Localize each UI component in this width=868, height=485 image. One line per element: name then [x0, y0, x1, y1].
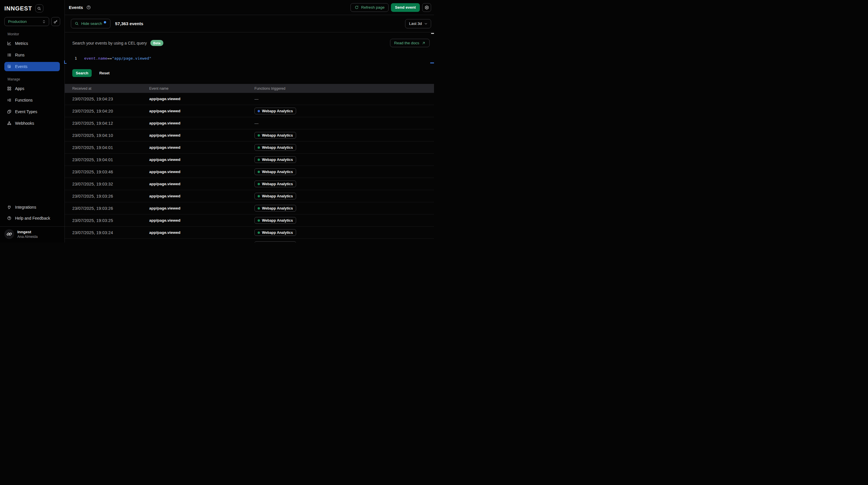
code-operator: == — [107, 56, 112, 60]
function-badge[interactable]: Webapp Analytics — [254, 168, 296, 175]
help-circle-icon — [7, 216, 11, 221]
function-badge[interactable]: Webapp Analytics — [254, 156, 296, 163]
sidebar-item-integrations[interactable]: Integrations — [4, 203, 60, 212]
sidebar-item-label: Events — [15, 64, 28, 69]
environment-selector[interactable]: Production — [4, 17, 49, 26]
sidebar-item-events[interactable]: Events — [4, 62, 60, 71]
table-row[interactable]: 23/07/2025, 19:03:24 app/page.viewed Web… — [65, 227, 434, 239]
sidebar-item-label: Metrics — [15, 41, 28, 46]
main-content: Events Refresh page Send event Hide sear… — [65, 0, 434, 242]
send-event-button[interactable]: Send event — [391, 3, 420, 12]
table-row[interactable]: 23/07/2025, 19:03:26 app/page.viewed Web… — [65, 190, 434, 202]
events-icon — [7, 64, 11, 69]
status-dot — [258, 134, 260, 137]
table-row[interactable]: 23/07/2025, 19:03:23 app/page.viewed Web… — [65, 239, 434, 242]
sidebar-item-event-types[interactable]: Event Types — [4, 107, 60, 116]
table-row[interactable]: 23/07/2025, 19:04:01 app/page.viewed Web… — [65, 154, 434, 166]
function-badge[interactable]: Webapp Analytics — [254, 229, 296, 236]
page-help-button[interactable] — [86, 5, 91, 10]
search-icon — [74, 21, 79, 26]
settings-button[interactable] — [422, 3, 431, 12]
panel-title: Search your events by using a CEL query — [72, 41, 147, 46]
table-header: Received at Event name Functions trigger… — [65, 84, 434, 93]
event-types-icon — [7, 109, 11, 114]
status-dot — [258, 159, 260, 161]
search-button[interactable]: Search — [72, 69, 92, 77]
table-row[interactable]: 23/07/2025, 19:04:01 app/page.viewed Web… — [65, 142, 434, 154]
inngest-mark-icon — [6, 231, 12, 237]
sidebar-item-apps[interactable]: Apps — [4, 84, 60, 93]
column-header-event-name: Event name — [149, 87, 254, 91]
search-icon — [37, 6, 41, 11]
sidebar-item-help-and-feedback[interactable]: Help and Feedback — [4, 213, 60, 223]
function-badge[interactable]: Webapp Analytics — [254, 241, 296, 242]
sidebar-item-webhooks[interactable]: Webhooks — [4, 119, 60, 128]
table-row[interactable]: 23/07/2025, 19:04:23 app/page.viewed — — [65, 93, 434, 105]
sidebar-item-label: Webhooks — [15, 121, 34, 125]
profile-section[interactable]: Inngest Ana Almeida — [0, 226, 64, 242]
read-the-docs-label: Read the docs — [394, 41, 419, 45]
environment-row: Production — [4, 17, 60, 26]
table-row[interactable]: 23/07/2025, 19:04:20 app/page.viewed Web… — [65, 105, 434, 117]
section-label-monitor: Monitor — [0, 32, 64, 36]
time-range-selector[interactable]: Last 3d — [405, 19, 431, 28]
profile-org: Inngest — [17, 230, 38, 234]
sidebar-item-runs[interactable]: Runs — [4, 50, 60, 60]
sidebar: INNGEST Production Monitor Metrics Runs … — [0, 0, 65, 242]
table-row[interactable]: 23/07/2025, 19:03:46 app/page.viewed Web… — [65, 166, 434, 178]
sidebar-search-button[interactable] — [35, 4, 43, 12]
editor-scrollbar-fragment-blue — [430, 62, 434, 63]
code-object: event — [84, 56, 96, 60]
panel-buttons: Search Reset — [72, 69, 110, 77]
time-range-label: Last 3d — [409, 21, 422, 26]
notification-dot — [104, 21, 106, 23]
code-string-value: "app/page.viewed" — [112, 56, 151, 60]
chevron-down-icon — [424, 22, 428, 26]
events-toolbar: Hide search 57,363 events Last 3d — [65, 15, 434, 32]
table-row[interactable]: 23/07/2025, 19:03:25 app/page.viewed Web… — [65, 215, 434, 227]
table-row[interactable]: 23/07/2025, 19:03:26 app/page.viewed Web… — [65, 202, 434, 215]
status-dot — [258, 207, 260, 209]
sidebar-item-label: Event Types — [15, 109, 37, 114]
sidebar-item-label: Functions — [15, 98, 33, 103]
function-badge[interactable]: Webapp Analytics — [254, 108, 296, 114]
editor-scrollbar-fragment — [431, 33, 434, 34]
function-badge[interactable]: Webapp Analytics — [254, 193, 296, 199]
function-badge[interactable]: Webapp Analytics — [254, 217, 296, 224]
page-header: Events Refresh page Send event — [65, 0, 434, 15]
table-row[interactable]: 23/07/2025, 19:03:32 app/page.viewed Web… — [65, 178, 434, 190]
read-the-docs-button[interactable]: Read the docs — [390, 39, 430, 47]
status-dot — [258, 146, 260, 149]
key-icon — [54, 19, 58, 24]
question-circle-icon — [86, 5, 91, 10]
function-badge[interactable]: Webapp Analytics — [254, 180, 296, 187]
integrations-icon — [7, 205, 11, 209]
status-dot — [258, 183, 260, 185]
header-actions: Refresh page Send event — [350, 3, 431, 12]
sidebar-item-label: Runs — [15, 53, 25, 57]
function-badge[interactable]: Webapp Analytics — [254, 205, 296, 211]
functions-icon — [7, 98, 11, 103]
sidebar-item-functions[interactable]: Functions — [4, 95, 60, 105]
cel-query-editor[interactable]: 1 event.name=="app/page.viewed" — [65, 56, 434, 61]
table-row[interactable]: 23/07/2025, 19:04:12 app/page.viewed — — [65, 117, 434, 130]
function-badge[interactable]: Webapp Analytics — [254, 132, 296, 139]
reset-button[interactable]: Reset — [99, 71, 109, 75]
logo-row: INNGEST — [0, 0, 64, 12]
hide-search-button[interactable]: Hide search — [71, 19, 111, 28]
events-table: Received at Event name Functions trigger… — [65, 84, 434, 242]
function-badge[interactable]: Webapp Analytics — [254, 144, 296, 151]
table-row[interactable]: 23/07/2025, 19:04:10 app/page.viewed Web… — [65, 130, 434, 142]
sidebar-item-metrics[interactable]: Metrics — [4, 39, 60, 48]
status-dot — [258, 231, 260, 234]
editor-resize-corner[interactable] — [64, 60, 66, 64]
gear-icon — [425, 5, 429, 10]
webhooks-icon — [7, 121, 11, 125]
line-number: 1 — [65, 56, 77, 61]
refresh-page-button[interactable]: Refresh page — [350, 3, 389, 12]
inngest-logo: INNGEST — [4, 5, 32, 12]
profile-text: Inngest Ana Almeida — [17, 230, 38, 239]
event-keys-button[interactable] — [51, 17, 60, 26]
avatar — [4, 229, 14, 239]
profile-user: Ana Almeida — [17, 235, 38, 239]
